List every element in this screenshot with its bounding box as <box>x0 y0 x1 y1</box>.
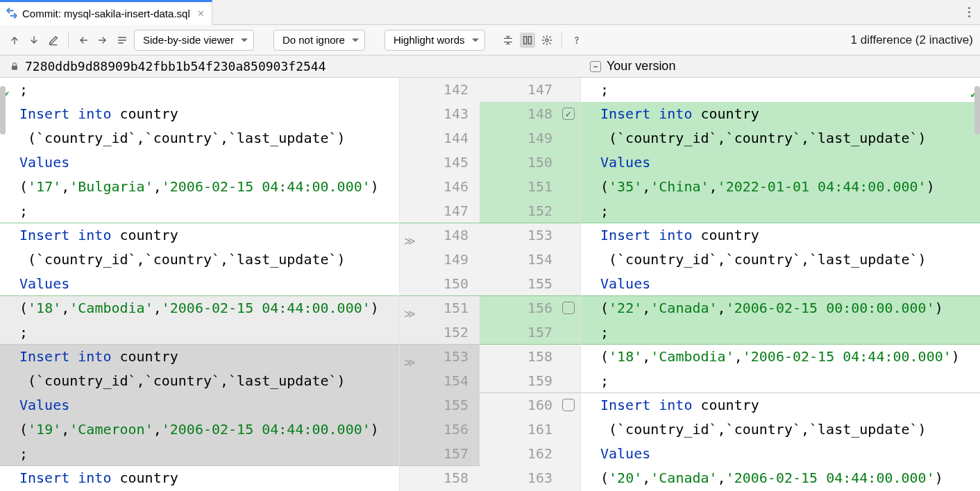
code-line[interactable]: Values <box>0 272 399 296</box>
gutter-line: 152 <box>480 199 580 223</box>
gutter-line: 153 <box>480 223 580 248</box>
code-line[interactable]: ('17','Bulgaria','2006-02-15 04:44:00.00… <box>0 175 399 199</box>
gutter-line: 142 <box>400 78 480 102</box>
separator <box>561 32 562 49</box>
code-line[interactable]: Insert into country <box>0 466 399 490</box>
code-line[interactable]: ; <box>581 369 980 393</box>
lock-icon <box>10 62 19 71</box>
gutter-line: 159 <box>480 369 580 393</box>
code-line[interactable]: Insert into country <box>0 223 399 248</box>
forward-icon[interactable] <box>95 33 110 48</box>
gutter-line: 158 <box>400 466 480 490</box>
svg-point-2 <box>546 39 548 42</box>
code-line[interactable]: Insert into country <box>0 345 399 369</box>
gutter-line: 161 <box>480 417 580 442</box>
svg-rect-4 <box>12 65 17 69</box>
right-code-pane[interactable]: ✔ ;Insert into country (`country_id`,`co… <box>581 78 980 491</box>
code-line[interactable]: Insert into country <box>581 102 980 126</box>
tab-title: Commit: mysql-sakila-insert-data.sql <box>22 8 190 19</box>
gutter-line: 156 <box>480 296 580 320</box>
svg-point-3 <box>575 42 577 44</box>
gutter-line: 149 <box>480 126 580 150</box>
gutter-line: 157 <box>480 320 580 345</box>
code-line[interactable]: Values <box>581 272 980 296</box>
viewer-mode-label: Side-by-side viewer <box>143 34 234 46</box>
gutter-line: 154 <box>480 248 580 272</box>
code-line[interactable]: ; <box>0 78 399 102</box>
gutter-line: 155 <box>400 393 480 417</box>
collapse-unchanged-icon[interactable] <box>500 33 516 48</box>
separator <box>68 32 69 49</box>
gutter-line: 157 <box>400 442 480 466</box>
diff-headers: 7280ddb9d88909b42fbb1b54f230a850903f2544… <box>0 55 980 78</box>
code-line[interactable]: ('18','Cambodia','2006-02-15 04:44:00.00… <box>581 345 980 369</box>
code-line[interactable]: Values <box>581 150 980 175</box>
code-line[interactable]: (`country_id`,`country`,`last_update`) <box>581 126 980 150</box>
gutter-line: 144 <box>400 126 480 150</box>
code-line[interactable]: Insert into country <box>581 393 980 417</box>
code-line[interactable]: Values <box>0 393 399 417</box>
code-line[interactable]: ; <box>581 320 980 345</box>
whitespace-label: Do not ignore <box>282 34 345 46</box>
code-line[interactable]: ('22','Canada','2006-02-15 00:00:00.000'… <box>581 296 980 320</box>
right-scrollbar[interactable] <box>974 78 980 491</box>
gear-icon[interactable] <box>539 33 555 48</box>
diff-icon <box>6 7 18 19</box>
code-line[interactable]: ; <box>0 199 399 223</box>
gutter-line: 146 <box>400 175 480 199</box>
code-line[interactable]: ('35','China','2022-01-01 04:44:00.000') <box>581 175 980 199</box>
code-line[interactable]: ('20','Canada','2006-02-15 04:44:00.000'… <box>581 466 980 490</box>
code-line[interactable]: ('19','Cameroon','2006-02-15 04:44:00.00… <box>0 417 399 442</box>
whitespace-select[interactable]: Do not ignore <box>273 30 365 51</box>
highlight-label: Highlight words <box>394 34 465 46</box>
highlight-select[interactable]: Highlight words <box>385 30 485 51</box>
gutter-line: ≫153 <box>400 345 480 369</box>
left-scrollbar[interactable] <box>0 78 6 491</box>
tab-active[interactable]: Commit: mysql-sakila-insert-data.sql ✕ <box>0 0 212 25</box>
code-line[interactable]: ; <box>581 199 980 223</box>
back-icon[interactable] <box>76 33 91 48</box>
include-chunk-checkbox[interactable] <box>562 399 575 411</box>
gutter-line: ≫148 <box>400 223 480 248</box>
svg-rect-1 <box>528 36 531 44</box>
code-line[interactable]: (`country_id`,`country`,`last_update`) <box>0 126 399 150</box>
left-code-pane[interactable]: ✔ ;Insert into country (`country_id`,`co… <box>0 78 399 491</box>
code-line[interactable]: (`country_id`,`country`,`last_update`) <box>0 369 399 393</box>
gutter-line: ≫151 <box>400 296 480 320</box>
include-chunk-checkbox[interactable]: ✓ <box>562 107 575 120</box>
left-gutter: 142143144145146147≫148149150≫151152≫1531… <box>399 78 480 491</box>
collapse-all-icon[interactable]: − <box>590 61 601 72</box>
gutter-line: 160 <box>480 393 580 417</box>
gutter-line: 151 <box>480 175 580 199</box>
gutter-line: 147 <box>400 199 480 223</box>
code-line[interactable]: (`country_id`,`country`,`last_update`) <box>581 248 980 272</box>
prev-diff-icon[interactable] <box>7 33 22 48</box>
left-revision-label: 7280ddb9d88909b42fbb1b54f230a850903f2544 <box>25 59 326 74</box>
gutter-line: 148✓ <box>480 102 580 126</box>
help-icon[interactable] <box>569 33 584 48</box>
code-line[interactable]: ; <box>581 78 980 102</box>
code-line[interactable]: (`country_id`,`country`,`last_update`) <box>0 248 399 272</box>
gutter-line: 158 <box>480 345 580 369</box>
edit-icon[interactable] <box>46 33 61 48</box>
code-line[interactable]: (`country_id`,`country`,`last_update`) <box>581 417 980 442</box>
gutter-line: 163 <box>480 466 580 490</box>
code-line[interactable]: ('18','Cambodia','2006-02-15 04:44:00.00… <box>0 296 399 320</box>
kebab-menu-icon[interactable] <box>965 4 973 20</box>
tab-bar: Commit: mysql-sakila-insert-data.sql ✕ <box>0 0 980 25</box>
gutter-line: 150 <box>400 272 480 296</box>
code-line[interactable]: ; <box>0 442 399 466</box>
right-gutter: 147148✓149150151152153154155156157158159… <box>480 78 581 491</box>
next-diff-icon[interactable] <box>26 33 42 48</box>
code-line[interactable]: Values <box>581 442 980 466</box>
code-line[interactable]: Insert into country <box>0 102 399 126</box>
list-icon[interactable] <box>115 33 130 48</box>
include-chunk-checkbox[interactable] <box>562 302 575 314</box>
code-line[interactable]: Insert into country <box>581 223 980 248</box>
viewer-mode-select[interactable]: Side-by-side viewer <box>134 30 254 51</box>
close-icon[interactable]: ✕ <box>197 8 205 19</box>
code-line[interactable]: Values <box>0 150 399 175</box>
right-revision-label: Your version <box>607 59 675 74</box>
sync-scroll-icon[interactable] <box>520 33 535 48</box>
code-line[interactable]: ; <box>0 320 399 345</box>
